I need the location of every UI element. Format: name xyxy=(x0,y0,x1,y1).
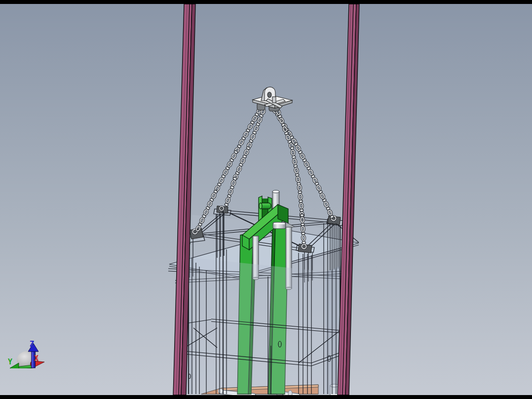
letterbox-top xyxy=(0,0,532,4)
triad-x-label: X xyxy=(34,354,38,363)
letterbox-bottom xyxy=(0,395,532,399)
triad-y-label: Y xyxy=(8,358,12,366)
3d-viewport[interactable]: Z Y X xyxy=(0,0,532,399)
cad-window: Z Y X xyxy=(0,0,532,399)
triad-z-label: Z xyxy=(30,340,34,349)
